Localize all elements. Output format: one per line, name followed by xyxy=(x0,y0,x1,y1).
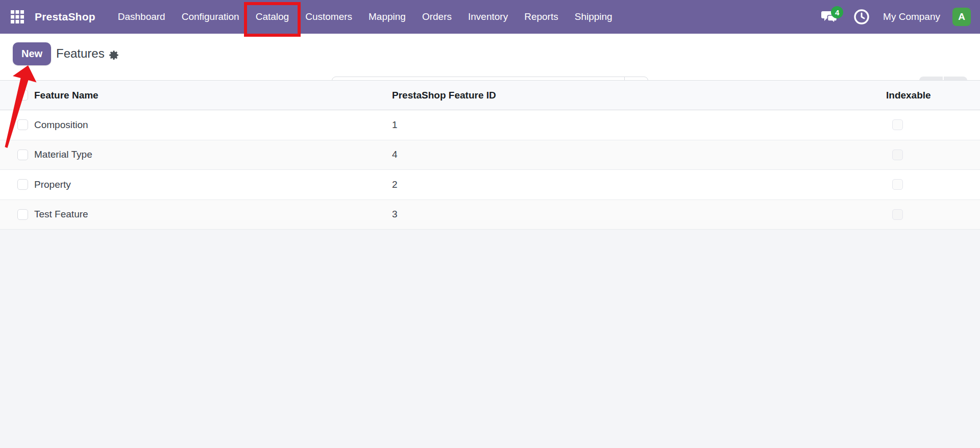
navbar-right: 4 My Company A xyxy=(820,7,971,27)
indexable-checkbox xyxy=(892,150,903,160)
grid-icon xyxy=(11,10,24,23)
table-row[interactable]: Composition1 xyxy=(0,110,980,140)
table-row[interactable]: Property2 xyxy=(0,170,980,200)
nav-item-shipping[interactable]: Shipping xyxy=(567,0,621,34)
cell-prestashop-feature-id: 2 xyxy=(392,179,868,190)
nav-item-label: Configuration xyxy=(182,11,239,22)
user-avatar[interactable]: A xyxy=(952,8,971,26)
cell-prestashop-feature-id: 4 xyxy=(392,149,868,160)
activities-button[interactable] xyxy=(852,8,871,26)
nav-item-configuration[interactable]: Configuration xyxy=(174,0,248,34)
nav-item-label: Reports xyxy=(524,11,558,22)
table-row[interactable]: Material Type4 xyxy=(0,140,980,170)
row-select-checkbox[interactable] xyxy=(17,209,28,220)
messages-button[interactable]: 4 xyxy=(820,7,840,27)
nav-item-label: Shipping xyxy=(575,11,612,22)
indexable-checkbox xyxy=(892,119,903,130)
cell-feature-name: Test Feature xyxy=(34,209,392,220)
row-select-checkbox[interactable] xyxy=(17,179,28,190)
table-header-row: Feature Name PrestaShop Feature ID Index… xyxy=(0,80,980,110)
features-list: Feature Name PrestaShop Feature ID Index… xyxy=(0,80,980,230)
nav-menu: DashboardConfigurationCatalogCustomersMa… xyxy=(110,0,621,34)
row-select-checkbox[interactable] xyxy=(17,150,28,160)
indexable-checkbox xyxy=(892,209,903,220)
clock-icon xyxy=(853,9,870,25)
cell-feature-name: Material Type xyxy=(34,149,392,160)
nav-item-label: Catalog xyxy=(256,11,289,22)
app-brand[interactable]: PrestaShop xyxy=(35,11,95,23)
nav-item-reports[interactable]: Reports xyxy=(516,0,567,34)
cell-prestashop-feature-id: 3 xyxy=(392,209,868,220)
nav-item-orders[interactable]: Orders xyxy=(414,0,460,34)
nav-item-label: Dashboard xyxy=(118,11,165,22)
nav-item-catalog[interactable]: Catalog xyxy=(248,0,298,34)
nav-item-mapping[interactable]: Mapping xyxy=(360,0,414,34)
page-title: Features xyxy=(56,46,105,61)
nav-item-dashboard[interactable]: Dashboard xyxy=(110,0,174,34)
cell-feature-name: Property xyxy=(34,179,392,190)
select-all-checkbox[interactable] xyxy=(17,90,28,101)
column-header-prestashop-feature-id[interactable]: PrestaShop Feature ID xyxy=(392,90,868,101)
messages-badge: 4 xyxy=(831,6,843,18)
nav-item-inventory[interactable]: Inventory xyxy=(460,0,516,34)
cell-feature-name: Composition xyxy=(34,119,392,131)
table-body: Composition1Material Type4Property2Test … xyxy=(0,110,980,230)
cell-prestashop-feature-id: 1 xyxy=(392,119,868,131)
nav-item-label: Customers xyxy=(305,11,352,22)
indexable-checkbox xyxy=(892,179,903,190)
company-switcher[interactable]: My Company xyxy=(883,11,940,22)
top-navbar: PrestaShop DashboardConfigurationCatalog… xyxy=(0,0,980,34)
control-panel: New Features Search... 1-4 / 4 xyxy=(0,34,980,80)
actions-gear-icon[interactable] xyxy=(108,49,119,61)
column-header-indexable[interactable]: Indexable xyxy=(868,90,980,101)
nav-item-customers[interactable]: Customers xyxy=(297,0,360,34)
new-button[interactable]: New xyxy=(13,42,51,65)
row-select-checkbox[interactable] xyxy=(17,119,28,130)
nav-item-label: Inventory xyxy=(468,11,508,22)
apps-grid-icon[interactable] xyxy=(7,7,28,27)
nav-item-label: Orders xyxy=(422,11,452,22)
table-row[interactable]: Test Feature3 xyxy=(0,200,980,230)
nav-item-label: Mapping xyxy=(369,11,406,22)
column-header-feature-name[interactable]: Feature Name xyxy=(34,90,392,101)
